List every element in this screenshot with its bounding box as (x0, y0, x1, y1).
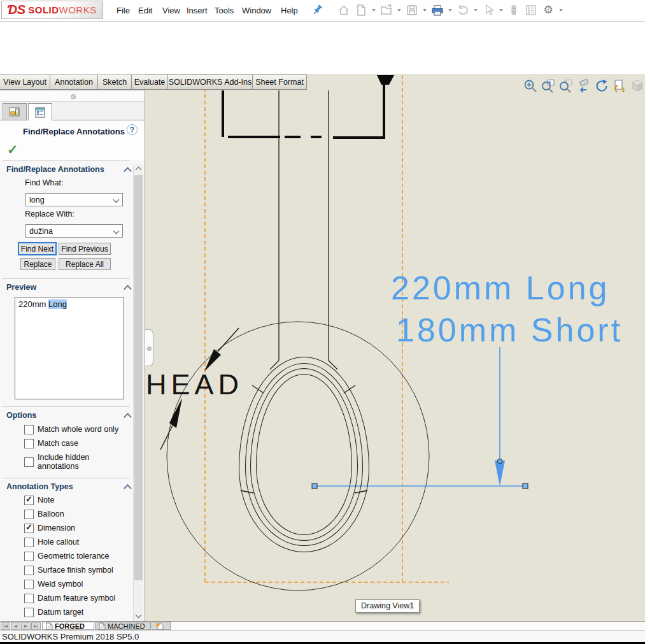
help-icon[interactable]: ? (127, 124, 138, 135)
home-icon[interactable] (336, 3, 351, 18)
next-sheet-button[interactable]: ▶ (21, 622, 31, 630)
tab-view-layout[interactable]: View Layout (0, 75, 50, 90)
print-dropdown-caret[interactable] (448, 9, 452, 11)
head-note-text[interactable]: HEAD (146, 368, 243, 401)
menu-insert[interactable]: Insert (187, 6, 208, 15)
menu-help[interactable]: Help (281, 6, 298, 15)
save-icon[interactable] (404, 3, 420, 18)
property-manager-tab[interactable] (28, 103, 52, 121)
new-document-icon[interactable] (353, 3, 369, 18)
menu-edit[interactable]: Edit (138, 6, 152, 15)
open-dropdown-caret[interactable] (397, 9, 401, 11)
sheet-tab-forged[interactable]: FORGED (42, 622, 94, 630)
find-what-combobox[interactable]: long (25, 193, 123, 206)
last-sheet-button[interactable]: ▶| (31, 622, 41, 630)
checkbox[interactable] (24, 552, 34, 561)
menu-tools[interactable]: Tools (215, 6, 234, 15)
ok-button[interactable]: ✓ (7, 142, 18, 157)
tab-annotation[interactable]: Annotation (50, 75, 98, 90)
drawing-graphics-area[interactable]: 220mm Long 180mm Short HEAD Drawing View… (145, 74, 645, 621)
checkbox[interactable] (24, 457, 34, 467)
pin-menu-icon[interactable] (312, 4, 323, 19)
checkbox-dimension[interactable]: ✓ Dimension (24, 524, 75, 533)
tab-solidworks-add-ins[interactable]: SOLIDWORKS Add-Ins (167, 75, 253, 90)
replace-with-combobox[interactable]: dužina (25, 224, 123, 238)
checkbox-weld-symbol[interactable]: Weld symbol (24, 580, 83, 589)
open-icon[interactable] (379, 3, 394, 18)
previous-view-icon[interactable] (576, 78, 592, 94)
checkbox[interactable] (24, 608, 34, 617)
first-sheet-button[interactable]: |◀ (1, 622, 10, 630)
print-icon[interactable] (430, 3, 445, 18)
magnet-toggle-icon[interactable] (506, 3, 521, 18)
checkbox[interactable] (24, 594, 34, 603)
menu-bar: ƊS SOLIDWORKS File Edit View Insert Tool… (0, 0, 645, 22)
section-line (223, 85, 385, 138)
save-dropdown-caret[interactable] (423, 9, 427, 11)
tab-evaluate[interactable]: Evaluate (131, 75, 168, 90)
dimension-text-line2[interactable]: 180mm Short (396, 311, 623, 349)
properties-panel-icon[interactable] (523, 3, 539, 18)
zoom-to-fit-icon[interactable] (522, 78, 539, 94)
menu-view[interactable]: View (162, 6, 180, 15)
collapse-chevron-icon[interactable] (124, 285, 132, 293)
undo-dropdown-caret[interactable] (474, 9, 478, 11)
checkbox-balloon[interactable]: Balloon (24, 510, 64, 519)
tab-sketch[interactable]: Sketch (97, 75, 132, 90)
new-dropdown-caret[interactable] (372, 9, 376, 11)
collapse-chevron-icon[interactable] (124, 167, 132, 175)
checkbox-geometric-tolerance[interactable]: Geometric tolerance (24, 552, 110, 561)
menu-file[interactable]: File (117, 6, 130, 15)
zoom-in-out-icon[interactable] (558, 78, 574, 94)
combo-chevron-icon[interactable] (113, 228, 120, 234)
checkbox[interactable]: ✓ (24, 524, 34, 533)
scrollbar-thumb[interactable] (134, 175, 143, 580)
menu-window[interactable]: Window (242, 6, 271, 15)
panel-splitter-handle[interactable] (145, 329, 153, 366)
collapse-handle-dot (71, 94, 76, 99)
checkbox[interactable] (24, 538, 34, 547)
view-3d-icon[interactable] (629, 78, 645, 94)
checkbox[interactable] (24, 510, 34, 519)
collapse-chevron-icon[interactable] (124, 484, 132, 492)
checkbox-match-whole-word[interactable]: Match whole word only (24, 425, 118, 434)
checkbox[interactable] (24, 439, 34, 448)
find-previous-button[interactable]: Find Previous (59, 243, 111, 255)
checkbox-datum-feature[interactable]: Datum feature symbol (24, 594, 115, 603)
panel-scrollbar[interactable] (133, 164, 143, 621)
scroll-down-icon[interactable] (136, 612, 142, 619)
scroll-up-icon[interactable] (136, 167, 142, 173)
find-next-button[interactable]: Find Next (18, 242, 57, 255)
add-sheet-tab[interactable] (152, 622, 171, 630)
combo-chevron-icon[interactable] (113, 197, 120, 203)
checkbox-hole-callout[interactable]: Hole callout (24, 538, 79, 547)
options-dropdown-caret[interactable] (559, 9, 563, 11)
checkbox-datum-target[interactable]: Datum target (24, 608, 83, 617)
replace-button[interactable]: Replace (20, 258, 55, 270)
select-dropdown-caret[interactable] (499, 9, 503, 11)
tab-sheet-format[interactable]: Sheet Format (252, 75, 307, 90)
checkbox-surface-finish[interactable]: Surface finish symbol (24, 566, 113, 575)
prev-sheet-button[interactable]: ◀ (11, 622, 20, 630)
checkbox[interactable] (24, 566, 34, 575)
dimension-text-line1[interactable]: 220mm Long (391, 269, 610, 307)
options-gear-icon[interactable]: ⚙ (541, 3, 556, 18)
checkbox-note[interactable]: ✓ Note (24, 496, 54, 505)
ribbon-tab-bar: View Layout Annotation Sketch Evaluate S… (0, 75, 307, 90)
redraw-icon[interactable] (593, 78, 610, 94)
checkbox[interactable] (24, 425, 34, 434)
collapse-chevron-icon[interactable] (124, 413, 132, 421)
sheet-tab-machined[interactable]: MACHINED (95, 622, 151, 630)
zoom-to-area-icon[interactable] (540, 78, 556, 94)
checkbox-match-case[interactable]: Match case (24, 439, 78, 448)
checkbox-include-hidden[interactable]: Include hidden annotations (24, 453, 106, 471)
ribbon-collapse-strip[interactable] (0, 90, 145, 102)
sheet-properties-icon[interactable] (611, 78, 628, 94)
select-cursor-icon[interactable] (481, 3, 496, 18)
feature-manager-tab[interactable] (3, 103, 27, 120)
drawing-view-tooltip: Drawing View1 (355, 599, 420, 613)
checkbox[interactable] (24, 580, 34, 589)
undo-icon[interactable] (455, 3, 471, 18)
replace-all-button[interactable]: Replace All (59, 258, 111, 270)
checkbox[interactable]: ✓ (24, 496, 34, 505)
